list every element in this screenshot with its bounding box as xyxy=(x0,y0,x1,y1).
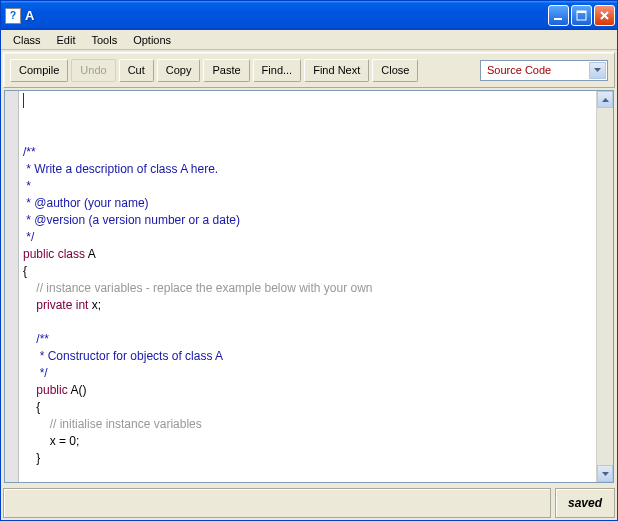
toolbar: Compile Undo Cut Copy Paste Find... Find… xyxy=(3,52,615,88)
undo-button: Undo xyxy=(71,59,115,82)
vertical-scrollbar[interactable] xyxy=(596,91,613,482)
titlebar[interactable]: ? A xyxy=(1,1,617,30)
window-controls xyxy=(548,5,615,26)
editor-window: ? A Class Edit Tools Options Compile Und… xyxy=(0,0,618,521)
text-caret xyxy=(23,93,24,108)
chevron-up-icon xyxy=(602,98,609,102)
close-icon xyxy=(599,10,610,21)
scroll-down-button[interactable] xyxy=(597,465,613,482)
code-line: */ xyxy=(23,366,48,380)
status-saved: saved xyxy=(555,488,615,518)
paste-button[interactable]: Paste xyxy=(203,59,249,82)
code-line: x = 0; xyxy=(23,434,79,448)
cut-button[interactable]: Cut xyxy=(119,59,154,82)
menu-options[interactable]: Options xyxy=(125,32,179,48)
chevron-down-icon xyxy=(602,472,609,476)
code-line: { xyxy=(23,264,27,278)
find-button[interactable]: Find... xyxy=(253,59,302,82)
code-line: * @author (your name) xyxy=(23,196,152,210)
code-line: private int x; xyxy=(23,298,101,312)
code-line: * @version (a version number or a date) xyxy=(23,213,240,227)
code-line: public class A xyxy=(23,247,96,261)
code-line: */ xyxy=(23,230,34,244)
compile-button[interactable]: Compile xyxy=(10,59,68,82)
menu-class[interactable]: Class xyxy=(5,32,49,48)
code-line: /** xyxy=(23,332,49,346)
code-editor[interactable]: /** * Write a description of class A her… xyxy=(19,91,596,482)
app-icon: ? xyxy=(5,8,21,24)
svg-rect-2 xyxy=(577,11,586,13)
code-line: * Constructor for objects of class A xyxy=(23,349,223,363)
minimize-icon xyxy=(553,10,564,21)
status-message xyxy=(3,488,551,518)
scrollbar-track[interactable] xyxy=(597,108,613,465)
minimize-button[interactable] xyxy=(548,5,569,26)
chevron-down-icon xyxy=(589,62,606,79)
line-gutter xyxy=(5,91,19,482)
code-line: // initialise instance variables xyxy=(23,417,202,431)
statusbar: saved xyxy=(3,488,615,518)
editor-area: /** * Write a description of class A her… xyxy=(4,90,614,483)
code-line: { xyxy=(23,400,40,414)
scroll-up-button[interactable] xyxy=(597,91,613,108)
maximize-icon xyxy=(576,10,587,21)
menu-tools[interactable]: Tools xyxy=(83,32,125,48)
maximize-button[interactable] xyxy=(571,5,592,26)
menubar: Class Edit Tools Options xyxy=(1,30,617,50)
menu-edit[interactable]: Edit xyxy=(49,32,84,48)
window-title: A xyxy=(25,8,548,23)
code-line: // instance variables - replace the exam… xyxy=(23,281,373,295)
code-line: /** xyxy=(23,145,36,159)
code-line: * xyxy=(23,179,34,193)
code-line: } xyxy=(23,451,40,465)
view-selector-value: Source Code xyxy=(487,64,551,76)
find-next-button[interactable]: Find Next xyxy=(304,59,369,82)
svg-rect-0 xyxy=(554,18,562,20)
code-line: public A() xyxy=(23,383,86,397)
view-selector[interactable]: Source Code xyxy=(480,60,608,81)
close-button[interactable] xyxy=(594,5,615,26)
copy-button[interactable]: Copy xyxy=(157,59,201,82)
close-editor-button[interactable]: Close xyxy=(372,59,418,82)
code-line: * Write a description of class A here. xyxy=(23,162,218,176)
